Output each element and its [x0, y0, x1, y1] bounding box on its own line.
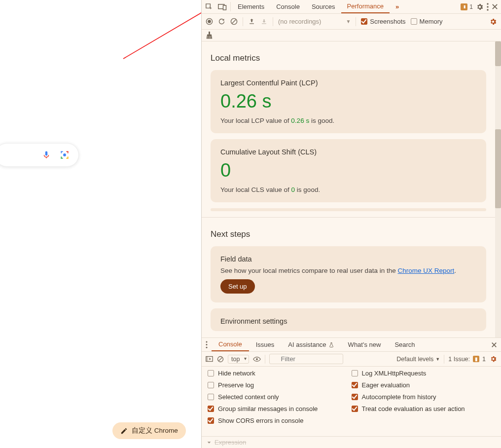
settings-icon[interactable]: [476, 3, 484, 11]
cls-card: Cumulative Layout Shift (CLS) 0 Your loc…: [211, 139, 486, 202]
opt-hide-network[interactable]: Hide network: [208, 370, 352, 377]
svg-point-28: [206, 344, 208, 345]
lens-search-icon[interactable]: [60, 150, 70, 160]
drawer-close-icon[interactable]: [487, 338, 501, 351]
opt-group-similar[interactable]: Group similar messages in console: [208, 405, 352, 412]
checkbox-icon: [361, 18, 367, 25]
devtools-tab-bar: Elements Console Sources Performance » ▮…: [202, 0, 501, 14]
recording-select[interactable]: (no recordings)▼: [278, 18, 351, 25]
cls-desc: Your local CLS value of 0 is good.: [220, 186, 476, 193]
drawer-tab-search[interactable]: Search: [388, 338, 422, 351]
field-data-card: Field data See how your local metrics co…: [211, 246, 486, 302]
inspect-element-icon[interactable]: [202, 0, 215, 13]
svg-point-34: [256, 358, 258, 360]
checkbox-icon: [411, 18, 417, 25]
console-settings-icon[interactable]: [490, 355, 497, 363]
cls-value: 0: [220, 160, 476, 181]
google-search-bar[interactable]: [0, 143, 79, 167]
svg-text:▮: ▮: [463, 4, 465, 9]
tab-sources[interactable]: Sources: [306, 0, 341, 13]
tab-performance[interactable]: Performance: [341, 0, 390, 13]
svg-point-18: [208, 20, 211, 23]
svg-rect-8: [68, 156, 69, 158]
performance-toolbar-2: [202, 30, 501, 41]
page-area: 自定义 Chrome: [0, 0, 201, 448]
svg-line-33: [219, 357, 222, 361]
opt-log-xhr[interactable]: Log XMLHttpRequests: [352, 370, 496, 377]
env-label: Environment settings: [220, 317, 476, 325]
chevron-down-icon: [207, 440, 212, 445]
console-sidebar-icon[interactable]: [206, 356, 213, 362]
download-icon[interactable]: [260, 18, 268, 25]
performance-body: Local metrics Largest Contentful Paint (…: [202, 41, 501, 337]
drawer-tab-bar: Console Issues AI assistance What's new …: [202, 338, 501, 352]
annotation-arrow: [118, 7, 212, 61]
upload-icon[interactable]: [248, 18, 255, 25]
opt-eager[interactable]: Eager evaluation: [352, 381, 496, 389]
live-expression-icon[interactable]: [253, 356, 261, 362]
tab-elements[interactable]: Elements: [232, 0, 270, 13]
svg-rect-23: [209, 32, 210, 35]
issues-count: 1: [469, 3, 473, 10]
setup-button[interactable]: Set up: [220, 279, 255, 294]
customize-label: 自定义 Chrome: [132, 426, 178, 435]
opt-show-cors[interactable]: Show CORS errors in console: [208, 417, 352, 424]
performance-toolbar: (no recordings)▼ Screenshots Memory: [202, 14, 501, 30]
issues-badge[interactable]: ▮ 1: [461, 3, 473, 10]
crux-link[interactable]: Chrome UX Report: [397, 267, 454, 274]
close-devtools-icon[interactable]: [492, 3, 498, 10]
issues-link[interactable]: 1 Issue: ▮ 1: [448, 356, 486, 363]
device-toolbar-icon[interactable]: [215, 0, 229, 13]
drawer-tab-whatsnew[interactable]: What's new: [341, 338, 388, 351]
field-data-desc: See how your local metrics compare to re…: [220, 267, 476, 274]
voice-search-icon[interactable]: [42, 150, 51, 159]
svg-rect-6: [61, 156, 62, 158]
screenshots-checkbox[interactable]: Screenshots: [361, 18, 405, 25]
opt-autocomplete[interactable]: Autocomplete from history: [352, 393, 496, 401]
customize-chrome-button[interactable]: 自定义 Chrome: [112, 422, 186, 439]
filter-input[interactable]: [269, 354, 343, 364]
opt-preserve-log[interactable]: Preserve log: [208, 381, 352, 389]
svg-point-15: [487, 6, 488, 7]
scrollbar-thumb[interactable]: [495, 129, 501, 208]
issue-icon: ▮: [473, 356, 479, 362]
svg-line-0: [123, 9, 207, 59]
drawer-tab-ai[interactable]: AI assistance: [281, 338, 341, 351]
perf-settings-icon[interactable]: [489, 18, 497, 26]
svg-rect-4: [68, 151, 69, 153]
tab-console[interactable]: Console: [270, 0, 306, 13]
opt-treat-code[interactable]: Treat code evaluation as user action: [352, 405, 496, 412]
scrollbar-track[interactable]: [495, 41, 501, 337]
cleanup-icon[interactable]: [206, 32, 213, 39]
drawer-tab-issues[interactable]: Issues: [249, 338, 282, 351]
pencil-icon: [120, 427, 128, 435]
svg-rect-21: [250, 23, 254, 24]
lcp-label: Largest Contentful Paint (LCP): [220, 79, 476, 87]
svg-line-20: [232, 20, 236, 24]
tabs-overflow-icon[interactable]: »: [390, 0, 405, 13]
console-clear-icon[interactable]: [217, 356, 224, 363]
local-metrics-title: Local metrics: [202, 41, 495, 70]
memory-checkbox[interactable]: Memory: [411, 18, 443, 25]
svg-point-14: [487, 3, 488, 4]
drawer-tab-console[interactable]: Console: [212, 338, 249, 351]
svg-rect-11: [223, 5, 226, 10]
env-settings-card: Environment settings: [211, 308, 486, 331]
flask-icon: [328, 342, 334, 348]
expression-row[interactable]: Expression: [202, 436, 501, 448]
next-steps-title: Next steps: [202, 218, 495, 246]
filter-field[interactable]: [269, 354, 343, 364]
scrollbar-thumb[interactable]: [495, 41, 501, 66]
svg-point-9: [63, 153, 66, 156]
levels-select[interactable]: Default levels▼: [396, 356, 440, 363]
drawer-menu-icon[interactable]: [202, 338, 212, 351]
kebab-menu-icon[interactable]: [487, 3, 489, 11]
record-icon[interactable]: [206, 18, 213, 25]
context-select[interactable]: top: [228, 355, 249, 364]
console-drawer: Console Issues AI assistance What's new …: [202, 337, 501, 448]
opt-selected-ctx[interactable]: Selected context only: [208, 393, 352, 401]
clear-icon[interactable]: [230, 18, 238, 25]
reload-record-icon[interactable]: [218, 18, 225, 25]
svg-point-16: [487, 9, 488, 10]
svg-point-27: [206, 341, 208, 342]
